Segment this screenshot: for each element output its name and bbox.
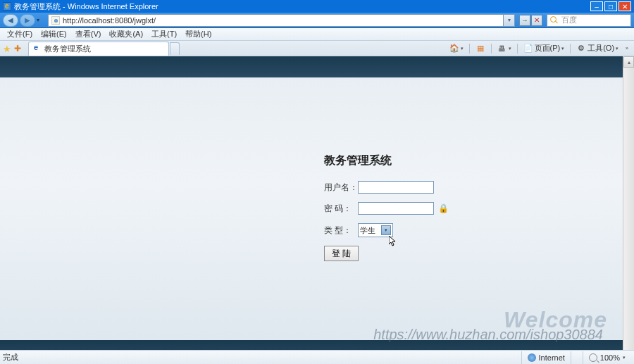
login-heading: 教务管理系统: [324, 153, 507, 168]
chevron-button[interactable]: »: [623, 45, 631, 51]
tab-title: 教务管理系统: [44, 44, 91, 54]
lock-icon: 🔒: [438, 203, 449, 213]
password-label: 密 码：: [324, 203, 358, 215]
favorites-star-icon[interactable]: ★: [3, 44, 13, 54]
tab-bar: ★ ✚ 教务管理系统 🏠▾ ▦ 🖶▾ 📄页面(P)▾ ⚙工具(O)▾ »: [0, 41, 634, 56]
scroll-up-button[interactable]: ▴: [623, 56, 634, 68]
zoom-dropdown-icon: ▾: [623, 355, 626, 360]
tab-active[interactable]: 教务管理系统: [28, 42, 169, 56]
menu-favorites[interactable]: 收藏夹(A): [105, 29, 147, 39]
address-bar[interactable]: http://localhost:8080/jwglxt/: [48, 14, 504, 27]
nav-history-dropdown[interactable]: ▾: [37, 17, 44, 23]
body-band: [0, 77, 623, 340]
page-menu-button[interactable]: 📄页面(P)▾: [521, 42, 568, 54]
menu-view[interactable]: 查看(V): [71, 29, 106, 39]
close-button[interactable]: ✕: [619, 1, 631, 11]
search-placeholder: 百度: [561, 15, 577, 25]
type-select[interactable]: 学生 ▾: [358, 223, 393, 237]
add-favorite-icon[interactable]: ✚: [14, 44, 24, 54]
back-button[interactable]: ◀: [3, 14, 18, 27]
url-watermark: https://www.huzhan.com/ishop30884: [373, 327, 603, 343]
login-button[interactable]: 登 陆: [324, 246, 359, 261]
stop-button[interactable]: ✕: [531, 15, 542, 26]
header-band: [0, 56, 623, 77]
menu-bar: 文件(F) 编辑(E) 查看(V) 收藏夹(A) 工具(T) 帮助(H): [0, 28, 634, 41]
security-zone[interactable]: Internet: [521, 351, 571, 364]
go-button[interactable]: →: [519, 15, 530, 26]
page-body: 教务管理系统 用户名： 密 码： 🔒 类 型： 学生 ▾ 登 陆 Welcome…: [0, 56, 623, 364]
forward-button[interactable]: ▶: [20, 14, 35, 27]
address-toolbar: ◀ ▶ ▾ http://localhost:8080/jwglxt/ ▾ → …: [0, 13, 634, 28]
protected-mode-cell: [571, 351, 583, 364]
window-title: 教务管理系统 - Windows Internet Explorer: [14, 1, 158, 12]
home-button[interactable]: 🏠▾: [447, 43, 466, 54]
status-bar: 完成 Internet 100% ▾: [0, 350, 634, 364]
cursor-icon: [389, 236, 397, 247]
vertical-scrollbar[interactable]: ▴ ▾: [623, 56, 634, 364]
zoom-text: 100%: [600, 353, 620, 362]
chevron-down-icon: ▾: [381, 225, 391, 235]
type-label: 类 型：: [324, 225, 358, 237]
ie-icon: [3, 2, 11, 11]
address-dropdown[interactable]: ▾: [504, 14, 515, 27]
window-titlebar: 教务管理系统 - Windows Internet Explorer – □ ✕: [0, 0, 634, 13]
zoom-icon: [589, 353, 597, 362]
menu-tools[interactable]: 工具(T): [147, 29, 181, 39]
status-text: 完成: [3, 352, 18, 363]
content-area: 教务管理系统 用户名： 密 码： 🔒 类 型： 学生 ▾ 登 陆 Welcome…: [0, 56, 634, 364]
globe-icon: [528, 353, 536, 362]
command-bar: 🏠▾ ▦ 🖶▾ 📄页面(P)▾ ⚙工具(O)▾ »: [447, 42, 631, 54]
print-button[interactable]: 🖶▾: [495, 43, 514, 54]
login-form: 教务管理系统 用户名： 密 码： 🔒 类 型： 学生 ▾ 登 陆: [324, 153, 507, 261]
password-input[interactable]: [358, 202, 434, 215]
tools-menu-button[interactable]: ⚙工具(O)▾: [573, 42, 621, 54]
zone-text: Internet: [539, 353, 565, 362]
feeds-button[interactable]: ▦: [473, 43, 488, 54]
tab-ie-icon: [33, 44, 42, 53]
menu-file[interactable]: 文件(F): [3, 29, 37, 39]
username-label: 用户名：: [324, 182, 358, 194]
address-text: http://localhost:8080/jwglxt/: [63, 16, 156, 25]
new-tab-button[interactable]: [170, 42, 180, 55]
search-box[interactable]: 百度: [547, 14, 631, 27]
page-icon: [51, 16, 60, 25]
minimize-button[interactable]: –: [590, 1, 603, 11]
type-value: 学生: [360, 225, 375, 236]
menu-edit[interactable]: 编辑(E): [37, 29, 71, 39]
search-icon: [550, 16, 559, 25]
menu-help[interactable]: 帮助(H): [181, 29, 216, 39]
username-input[interactable]: [358, 181, 434, 194]
zoom-control[interactable]: 100% ▾: [583, 351, 631, 364]
maximize-button[interactable]: □: [604, 1, 617, 11]
